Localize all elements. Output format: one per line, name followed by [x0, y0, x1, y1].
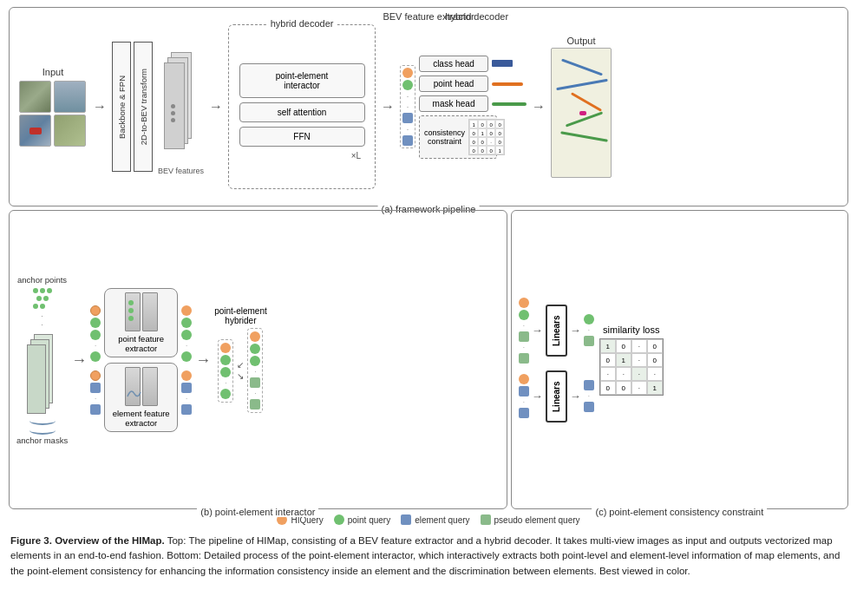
input-label: Input	[43, 67, 63, 77]
hb-pt2	[250, 356, 260, 366]
merge-arrows: ↙ ↘	[237, 360, 244, 381]
input-image-car	[19, 115, 51, 147]
hiq-dot-2	[90, 370, 101, 381]
heads-area: · · · class head point head	[400, 56, 527, 159]
pt-dot-1	[90, 318, 101, 328]
point-query-col-1: ·	[90, 305, 101, 362]
legend-point-dot	[334, 514, 344, 525]
cb-col1: ·	[519, 374, 529, 418]
hiquery-dot-1	[402, 68, 413, 78]
input-image-road	[19, 81, 51, 113]
ct-ps1	[519, 331, 529, 342]
framework-pipeline-section: BEV feature extractor hybrid decoder Inp…	[9, 7, 848, 206]
arrow-feat-to-hybrider: →	[195, 352, 211, 368]
qc2-hiq2	[181, 370, 192, 381]
input-image-street	[54, 115, 86, 147]
cb-el2	[519, 408, 529, 418]
legend-pseudo: pseudo element query	[481, 514, 580, 525]
hb-hiq	[250, 331, 260, 342]
qc2-bottom: ·	[181, 370, 192, 415]
output-map	[551, 48, 612, 178]
efe-layers	[125, 367, 158, 406]
constraint-inputs: · · → Linears → ·	[519, 298, 594, 423]
point-feature-extractor: point feature extractor	[104, 288, 178, 357]
cb-out-el2	[584, 402, 594, 412]
legend-point-label: point query	[348, 515, 390, 525]
output-block: Output	[551, 36, 612, 178]
ha-pt3	[220, 389, 231, 399]
efe-label: element feature extractor	[113, 409, 170, 428]
legend-element-sq	[401, 514, 411, 525]
element-sq-1	[402, 113, 413, 123]
ha-sep: ·	[225, 379, 226, 387]
qc2-el2	[181, 404, 192, 415]
hybrider-label: point-element hybrider	[214, 306, 267, 325]
legend-pseudo-sq	[481, 514, 491, 525]
class-head-box: class head	[419, 56, 488, 72]
qc2-pt2	[181, 330, 192, 340]
pfe-label: point feature extractor	[118, 334, 164, 353]
linears-top-box: Linears	[546, 305, 567, 357]
ct-pt1	[519, 310, 529, 320]
similarity-matrix: 1 0 · 0 0 1 · 0 · · · · 0 0 · 1	[599, 338, 664, 396]
arrow-from-linears-bot: →	[570, 390, 581, 403]
consistency-matrix: 1 0 0 0 0 1 0 0 0 0 · 0 0 0 0	[468, 119, 505, 155]
bev-3d-stack	[160, 52, 202, 165]
query-col-heads: · · ·	[400, 65, 415, 148]
qc2-sep1: ·	[186, 342, 187, 350]
dot-sep-2: ·	[95, 395, 96, 403]
query-cols-1: · ·	[90, 305, 101, 415]
ct-hiq	[519, 298, 529, 308]
arrow-anchor-to-feat: →	[71, 352, 87, 368]
arrow-to-linears-top: →	[532, 324, 543, 337]
bottom-section: (b) point-element interactor anchor poin…	[9, 210, 848, 509]
pfe-layer-1	[125, 292, 141, 331]
element-query-col-1: ·	[90, 370, 101, 415]
self-attention-box: self attention	[239, 102, 365, 122]
qc2-hiq	[181, 305, 192, 316]
feature-extractors: point feature extractor element feature	[104, 288, 178, 432]
transform-rect: 2D-to-BEV transform	[134, 42, 153, 172]
hb-pseudo2	[250, 399, 260, 410]
hybrid-decoder-top-label: hybrid decoder	[445, 11, 508, 22]
ha-hiq	[220, 343, 231, 353]
arrow-decoder-to-heads: →	[381, 99, 395, 115]
backbone-label: Backbone & FPN	[117, 75, 127, 139]
arrow-bev-to-decoder: →	[209, 99, 223, 115]
ct-ps2	[519, 353, 529, 364]
linears-bottom-box: Linears	[546, 370, 567, 423]
pt-dot-3	[90, 351, 101, 362]
hiq-dot	[90, 305, 101, 316]
qc2-sep2: ·	[186, 395, 187, 403]
cb-out-sep: ·	[588, 392, 590, 400]
ffn-box: FFN	[239, 127, 365, 147]
qc2-pt3	[181, 351, 192, 362]
input-image-building	[54, 81, 86, 113]
caption-figure-number: Figure 3.	[10, 535, 52, 546]
backbone-fpn-box: Backbone & FPN	[112, 42, 131, 172]
pfe-layers	[125, 292, 158, 331]
interactor-section: (b) point-element interactor anchor poin…	[9, 210, 507, 509]
arrow-to-linears-bot: →	[532, 390, 543, 403]
bev-cube-stack	[27, 334, 58, 412]
hb-pt1	[250, 344, 260, 354]
ha-pt1	[220, 355, 231, 365]
hybrider-col-a: ·	[218, 339, 233, 403]
cb-col2: ·	[584, 380, 594, 412]
cb-out-el1	[584, 380, 594, 390]
hybrid-decoder-box: hybrid decoder point-element interactor …	[228, 24, 376, 189]
dots-spacer-3: ·	[407, 125, 409, 134]
hybrid-decoder-label: hybrid decoder	[267, 18, 337, 29]
hb-sep: ·	[254, 368, 256, 376]
mask-head-box: mask head	[419, 95, 488, 112]
efe-layer-2	[142, 367, 158, 406]
arrow-heads-to-output: →	[532, 99, 546, 115]
bev-features-label: BEV features	[158, 167, 204, 175]
anchor-dots-grid: ··	[33, 288, 52, 329]
constraint-top-set: · · → Linears → ·	[519, 298, 594, 364]
bev-boxes: Backbone & FPN 2D-to-BEV transform	[112, 42, 153, 172]
cb-sep: ·	[523, 398, 525, 406]
dots-spacer-2: ·	[407, 102, 409, 111]
point-element-interactor-box: point-element interactor	[239, 63, 365, 98]
query-cols-2: · ·	[181, 305, 192, 415]
